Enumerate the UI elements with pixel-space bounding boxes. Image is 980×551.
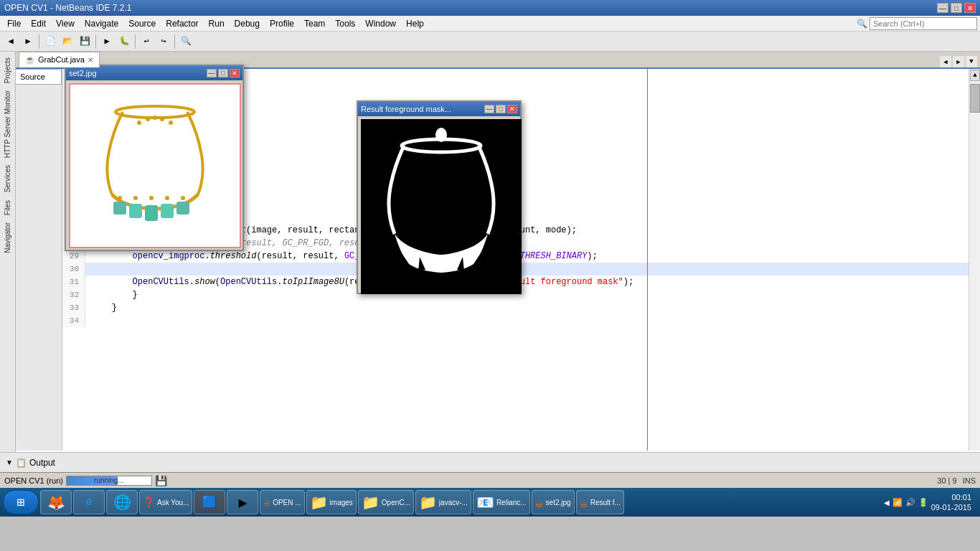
toolbar-run[interactable]: ▶	[99, 34, 115, 50]
toolbar-undo[interactable]: ↩	[138, 34, 154, 50]
tray-battery-icon: 🔋	[918, 498, 928, 507]
scroll-up-btn[interactable]: ▲	[970, 70, 980, 81]
line-num-29: 29	[62, 250, 85, 263]
taskbar-open-label: OPEN ...	[273, 499, 301, 507]
tab-dropdown[interactable]: ▼	[966, 56, 977, 67]
menu-window[interactable]: Window	[361, 17, 400, 30]
search-icon: 🔍	[857, 19, 867, 29]
menu-view[interactable]: View	[52, 17, 79, 30]
sidebar-item-navigator[interactable]: Navigator	[2, 220, 13, 256]
cursor-position: 30 | 9	[937, 476, 956, 485]
sidebar-item-services[interactable]: Services	[2, 162, 13, 195]
toolbar-new[interactable]: 📄	[42, 34, 58, 50]
menu-help[interactable]: Help	[402, 17, 428, 30]
menu-file[interactable]: File	[3, 17, 25, 30]
tab-icon: ☕	[25, 55, 35, 65]
sidebar-item-files[interactable]: Files	[2, 197, 13, 218]
tray-network-icon: 📶	[892, 498, 903, 507]
output-label: Output	[29, 458, 55, 468]
output-icon: 📋	[16, 458, 27, 468]
source-panel: Source	[16, 69, 62, 451]
svg-rect-6	[176, 202, 189, 215]
taskbar-opencv-folder[interactable]: 📁 OpenC...	[358, 490, 414, 514]
memory-icon: 💾	[155, 475, 167, 486]
taskbar-windows[interactable]: 🟦	[194, 490, 225, 514]
close-button[interactable]: ✕	[964, 3, 976, 13]
image-window-minimize[interactable]: —	[207, 69, 217, 77]
toolbar-redo[interactable]: ↪	[156, 34, 171, 50]
taskbar-open-cv[interactable]: ☕ OPEN ...	[260, 490, 304, 514]
tab-scroll-left[interactable]: ◀	[940, 56, 951, 67]
result-icon: ☕	[580, 494, 588, 512]
menu-navigate[interactable]: Navigate	[80, 17, 123, 30]
taskbar-ie[interactable]: e	[73, 490, 105, 514]
svg-point-15	[160, 117, 164, 121]
tab-close-button[interactable]: ✕	[88, 56, 93, 64]
taskbar-media[interactable]: ▶	[227, 490, 258, 514]
image-window-title: set2.jpg — □ ✕	[66, 66, 242, 80]
output-collapse-icon[interactable]: ▼	[6, 458, 13, 466]
taskbar-javacv[interactable]: 📁 javacv-...	[415, 490, 471, 514]
set2-icon: ☕	[535, 494, 544, 512]
taskbar-images[interactable]: 📁 images	[306, 490, 357, 514]
taskbar-reliance-label: Relianc...	[496, 499, 527, 507]
taskbar-firefox[interactable]: 🦊	[40, 490, 72, 514]
toolbar-search[interactable]: 🔍	[178, 34, 194, 50]
image-window-close[interactable]: ✕	[230, 69, 240, 77]
tab-scroll-right[interactable]: ▶	[953, 56, 964, 67]
result-window-close[interactable]: ✕	[507, 105, 517, 113]
menu-run[interactable]: Run	[204, 17, 229, 30]
menu-source[interactable]: Source	[124, 17, 160, 30]
tray-clock: 00:01	[931, 492, 971, 502]
svg-point-13	[146, 117, 150, 121]
image-window-buttons: — □ ✕	[207, 69, 240, 77]
tray-time: 00:01 09-01-2015	[931, 492, 971, 513]
toolbar-back[interactable]: ◀	[3, 34, 19, 50]
menu-edit[interactable]: Edit	[27, 17, 50, 30]
menu-tools[interactable]: Tools	[331, 17, 359, 30]
toolbar-sep-4	[174, 34, 175, 49]
taskbar: ⊞ 🦊 e 🌐 ❓ Ask You... 🟦 ▶ ☕ OPEN ... 📁 im…	[0, 488, 980, 517]
tray-arrow[interactable]: ◀	[884, 499, 890, 507]
search-input[interactable]	[870, 17, 977, 30]
toolbar-debug[interactable]: 🐛	[116, 34, 132, 50]
windows-icon: 🟦	[202, 495, 217, 509]
image-window-maximize[interactable]: □	[218, 69, 228, 77]
svg-rect-4	[145, 205, 158, 221]
menu-debug[interactable]: Debug	[230, 17, 264, 30]
menu-refactor[interactable]: Refactor	[161, 17, 202, 30]
minimize-button[interactable]: —	[937, 3, 948, 13]
taskbar-reliance[interactable]: 📧 Relianc...	[473, 490, 530, 514]
taskbar-chrome[interactable]: 🌐	[106, 490, 138, 514]
left-sidebar: Projects HTTP Server Monitor Services Fi…	[0, 52, 16, 452]
toolbar-open[interactable]: 📂	[60, 34, 75, 50]
scrollbar-thumb[interactable]	[970, 84, 980, 113]
start-button[interactable]: ⊞	[3, 490, 39, 514]
image-window-title-text: set2.jpg	[69, 69, 97, 77]
line-num-31: 31	[62, 276, 85, 288]
vertical-scrollbar[interactable]: ▲	[969, 69, 980, 451]
status-left: OPEN CV1 (run) running... 💾	[4, 475, 167, 486]
taskbar-set2[interactable]: ☕ set2.jpg	[532, 490, 575, 514]
taskbar-askyou[interactable]: ❓ Ask You...	[139, 490, 192, 514]
line-num-32: 32	[62, 288, 85, 301]
sidebar-item-http[interactable]: HTTP Server Monitor	[2, 88, 13, 161]
result-window-minimize[interactable]: —	[484, 105, 494, 113]
result-window-maximize[interactable]: □	[496, 105, 506, 113]
menu-profile[interactable]: Profile	[265, 17, 298, 30]
menu-bar: File Edit View Navigate Source Refactor …	[0, 16, 980, 32]
tab-grabcut[interactable]: ☕ GrabCut.java ✕	[19, 52, 100, 67]
result-window-title-text: Result foreground mask...	[361, 105, 451, 113]
taskbar-result[interactable]: ☕ Result f...	[576, 490, 624, 514]
line-content-32: }	[85, 288, 138, 301]
source-tab[interactable]: Source	[16, 69, 62, 85]
toolbar-forward[interactable]: ▶	[20, 34, 36, 50]
toolbar-save[interactable]: 💾	[77, 34, 93, 50]
progress-text: running...	[67, 476, 151, 485]
line-num-33: 33	[62, 301, 85, 314]
sidebar-item-projects[interactable]: Projects	[2, 55, 13, 86]
title-bar-buttons: — □ ✕	[937, 3, 976, 13]
menu-team[interactable]: Team	[300, 17, 329, 30]
maximize-button[interactable]: □	[951, 3, 962, 13]
status-bar: OPEN CV1 (run) running... 💾 30 | 9 INS	[0, 472, 980, 488]
